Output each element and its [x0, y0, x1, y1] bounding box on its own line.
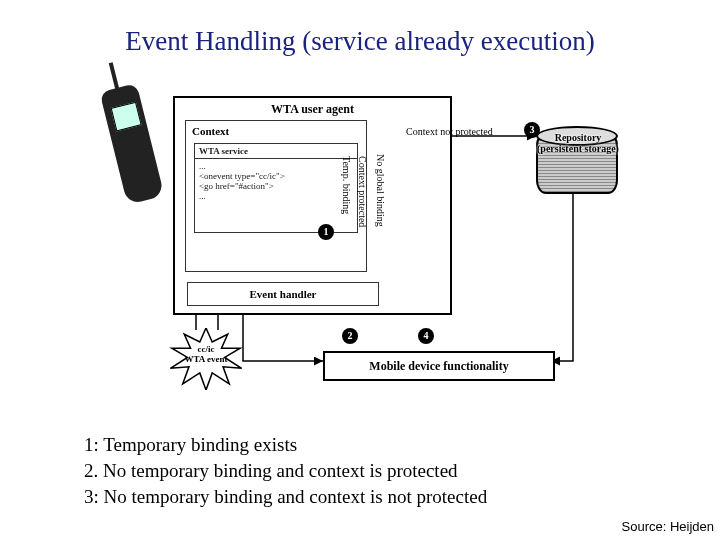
path-label-context-protected: Context protected	[357, 156, 368, 276]
context-not-protected-label: Context not protected	[406, 126, 493, 137]
marker-4: 4	[418, 328, 434, 344]
starburst-line2: WTA event	[184, 354, 227, 364]
slide: Event Handling (service already executio…	[0, 0, 720, 540]
phone-icon	[100, 83, 165, 205]
wta-service-box: WTA service ... <onevent type="cc/ic"> <…	[194, 143, 358, 233]
wta-service-header: WTA service	[195, 144, 357, 159]
code-line: <onevent type="cc/ic">	[199, 171, 353, 181]
path-label-no-global-binding: No global binding	[375, 154, 386, 274]
slide-title: Event Handling (service already executio…	[0, 26, 720, 57]
legend: 1: Temporary binding exists 2. No tempor…	[84, 432, 487, 510]
marker-3: 3	[524, 122, 540, 138]
legend-item-1: 1: Temporary binding exists	[84, 432, 487, 458]
marker-1: 1	[318, 224, 334, 240]
legend-item-3: 3: No temporary binding and context is n…	[84, 484, 487, 510]
code-line: ...	[199, 161, 353, 171]
context-label: Context	[192, 125, 229, 137]
context-box: Context WTA service ... <onevent type="c…	[185, 120, 367, 272]
wta-user-agent-label: WTA user agent	[175, 102, 450, 117]
path-label-temp-binding: Temp. binding	[341, 156, 352, 266]
repository-label: Repository (persistent storage)	[536, 132, 620, 154]
legend-item-2: 2. No temporary binding and context is p…	[84, 458, 487, 484]
event-handler-box: Event handler	[187, 282, 379, 306]
marker-2: 2	[342, 328, 358, 344]
diagram: WTA user agent Context WTA service ... <…	[118, 96, 618, 406]
starburst-icon: cc/ic WTA event	[166, 328, 246, 390]
code-line: ...	[199, 191, 353, 201]
starburst-line1: cc/ic	[198, 344, 215, 354]
source-attribution: Source: Heijden	[622, 519, 715, 534]
starburst-text: cc/ic WTA event	[166, 344, 246, 364]
code-line: <go href="#action">	[199, 181, 353, 191]
mobile-device-functionality-box: Mobile device functionality	[323, 351, 555, 381]
